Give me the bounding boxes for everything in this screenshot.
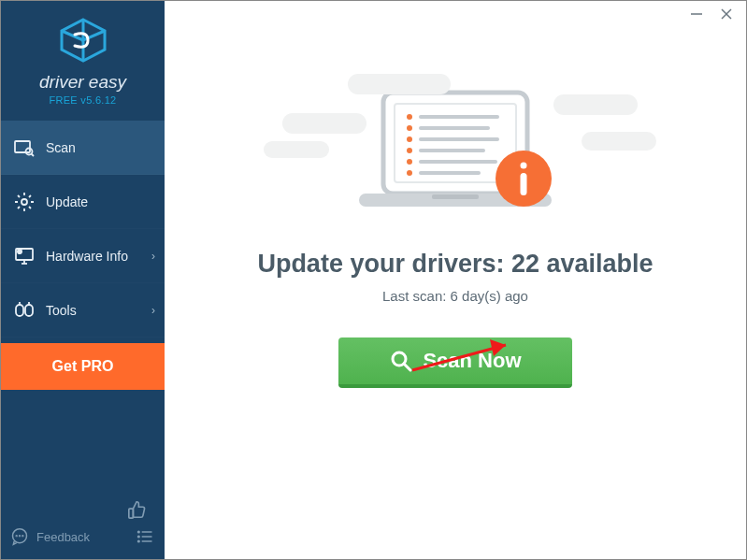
svg-point-23 [138,540,140,542]
svg-rect-11 [25,305,33,316]
headline-suffix: available [539,250,654,278]
main-content: Update your drivers: 22 available Last s… [165,1,746,388]
svg-point-18 [22,536,23,537]
sidebar-item-label: Hardware Info [46,249,128,264]
sidebar-item-label: Tools [46,303,77,318]
brand-version: FREE v5.6.12 [1,94,165,106]
main-panel: Update your drivers: 22 available Last s… [165,1,746,559]
sidebar-item-update[interactable]: Update [1,175,165,229]
list-menu-icon[interactable] [135,527,155,546]
svg-line-3 [32,153,35,156]
sidebar-item-hardware-info[interactable]: i Hardware Info › [1,229,165,283]
svg-point-2 [26,148,33,154]
chat-icon [10,527,29,546]
svg-point-4 [22,199,27,205]
svg-rect-14 [129,509,134,518]
last-scan-text: Last scan: 6 day(s) ago [382,288,528,304]
available-count: 22 [511,250,539,278]
scan-now-button[interactable]: Scan Now [338,337,572,388]
app-logo-icon [58,18,108,63]
search-icon [389,349,413,373]
sidebar-item-label: Update [46,194,88,209]
chevron-right-icon: › [151,250,155,263]
svg-point-19 [138,531,140,533]
thumbs-up-icon[interactable] [127,499,148,520]
sidebar-item-scan[interactable]: Scan [1,121,165,175]
gear-icon [14,192,35,212]
svg-point-17 [20,536,21,537]
brand-block: driver easy FREE v5.6.12 [1,1,165,115]
sidebar: driver easy FREE v5.6.12 Scan [1,1,165,559]
sidebar-nav: Scan Update i Hardware [1,121,165,337]
laptop-illustration [329,85,582,225]
get-pro-button[interactable]: Get PRO [1,343,165,390]
feedback-label: Feedback [36,530,90,544]
scan-icon [14,137,35,158]
headline-prefix: Update your drivers: [257,250,511,278]
monitor-info-icon: i [14,246,35,266]
chevron-right-icon: › [151,304,155,317]
feedback-button[interactable]: Feedback [10,527,90,546]
sidebar-item-label: Scan [46,140,76,155]
svg-line-48 [404,364,410,370]
tools-icon [14,300,35,321]
svg-point-16 [16,536,17,537]
svg-point-21 [138,536,140,538]
app-window: driver easy FREE v5.6.12 Scan [0,0,747,560]
brand-name: driver easy [1,72,165,93]
headline: Update your drivers: 22 available [257,250,653,279]
get-pro-label: Get PRO [52,358,114,375]
window-titlebar [677,1,746,27]
close-button[interactable] [718,6,735,22]
sidebar-bottom: Feedback [1,488,165,559]
svg-rect-10 [16,305,23,316]
svg-rect-1 [15,141,30,152]
minimize-button[interactable] [688,6,705,22]
sidebar-item-tools[interactable]: Tools › [1,283,165,337]
scan-now-label: Scan Now [423,349,521,373]
